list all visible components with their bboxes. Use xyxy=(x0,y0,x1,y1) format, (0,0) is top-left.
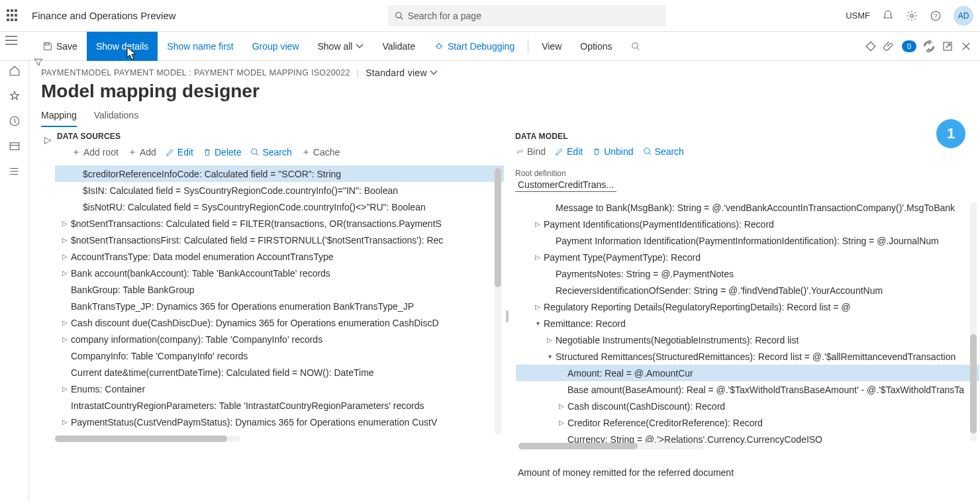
pane-resize-handle[interactable] xyxy=(505,132,510,501)
diamond-icon[interactable] xyxy=(865,40,877,52)
tree-row[interactable]: ▷Cash discount(CashDiscount): Record xyxy=(516,398,979,414)
tree-row[interactable]: ▷AccountTransType: Data model enumeratio… xyxy=(55,248,504,265)
twisty-icon[interactable]: ▷ xyxy=(60,336,70,343)
start-debugging-button[interactable]: Start Debugging xyxy=(424,32,524,61)
horizontal-scrollbar[interactable] xyxy=(55,435,240,442)
show-all-button[interactable]: Show all xyxy=(309,32,373,61)
page-body: PAYMENTMODEL PAYMENT MODEL : PAYMENT MOD… xyxy=(0,61,980,501)
tree-row[interactable]: ▷Bank account(bankAccount): Table 'BankA… xyxy=(55,265,504,281)
tab-mapping[interactable]: Mapping xyxy=(41,110,77,127)
add-root-button[interactable]: ＋Add root xyxy=(72,146,119,158)
tree-row[interactable]: Payment Information Identification(Payme… xyxy=(516,232,979,249)
twisty-icon[interactable]: ▷ xyxy=(60,269,70,277)
edit-button-dm[interactable]: Edit xyxy=(555,146,583,157)
show-name-first-button[interactable]: Show name first xyxy=(158,32,242,61)
popout-icon[interactable] xyxy=(942,40,954,52)
svg-line-14 xyxy=(636,47,639,50)
tree-row[interactable]: ▷Payment Type(PaymentType): Record xyxy=(516,249,979,265)
clock-icon[interactable] xyxy=(9,115,21,127)
delete-button[interactable]: Delete xyxy=(203,146,241,158)
bind-button[interactable]: Bind xyxy=(515,146,546,157)
tree-row[interactable]: Amount: Real = @.AmountCur xyxy=(516,365,979,381)
tree-row[interactable]: ▷company information(company): Table 'Co… xyxy=(55,331,504,347)
tree-row[interactable]: ▷Negotiable Instruments(NegotiableInstru… xyxy=(516,332,979,348)
twisty-icon[interactable]: ▷ xyxy=(60,236,70,244)
add-button[interactable]: ＋Add xyxy=(128,146,156,158)
data-model-tree[interactable]: Message to Bank(MsgBank): String = @.'ve… xyxy=(516,199,979,449)
tree-row[interactable]: ▷$notSentTransactions: Calculated field … xyxy=(55,215,504,232)
twisty-icon[interactable]: ▷ xyxy=(533,303,542,310)
twisty-icon[interactable]: ▷ xyxy=(533,220,542,228)
twisty-icon[interactable]: ▷ xyxy=(60,220,70,227)
expand-icon[interactable]: ▷ xyxy=(42,134,53,145)
help-icon[interactable]: ? xyxy=(930,10,942,22)
twisty-icon[interactable]: ▷ xyxy=(557,419,566,426)
search-button[interactable]: Search xyxy=(250,146,291,158)
cache-button[interactable]: ＋Cache xyxy=(301,146,340,158)
data-sources-tree[interactable]: $creditorReferenceInfoCode: Calculated f… xyxy=(42,165,504,442)
search-button-dm[interactable]: Search xyxy=(643,146,684,157)
tree-row[interactable]: Base amount(BaseAmount): Real = @.'$TaxW… xyxy=(516,381,979,398)
twisty-icon[interactable]: ▷ xyxy=(533,253,542,261)
tree-row[interactable]: BankTransType_JP: Dynamics 365 for Opera… xyxy=(55,298,504,314)
twisty-icon[interactable]: ▾ xyxy=(533,320,542,327)
tree-row[interactable]: ▷Cash discount due(CashDiscDue): Dynamic… xyxy=(55,314,504,331)
search-action-button[interactable] xyxy=(622,32,650,61)
search-input[interactable]: Search for a page xyxy=(388,5,666,26)
tree-row[interactable]: ▷PaymentStatus(CustVendPaymStatus): Dyna… xyxy=(55,414,504,430)
close-icon[interactable] xyxy=(960,40,972,52)
user-avatar[interactable]: AD xyxy=(954,6,973,26)
view-selector[interactable]: Standard view xyxy=(366,68,438,78)
view-menu[interactable]: View xyxy=(532,32,571,61)
vertical-scrollbar[interactable] xyxy=(495,168,501,434)
app-launcher-icon[interactable] xyxy=(7,9,20,23)
tree-row[interactable]: ▾Remittance: Record xyxy=(516,315,979,332)
vertical-scrollbar[interactable] xyxy=(970,202,977,441)
twisty-icon[interactable]: ▷ xyxy=(557,402,566,410)
tree-row[interactable]: $isNotRU: Calculated field = SysCountryR… xyxy=(55,199,504,215)
tree-row[interactable]: $creditorReferenceInfoCode: Calculated f… xyxy=(55,165,504,182)
tree-row[interactable]: CompanyInfo: Table 'CompanyInfo' records xyxy=(55,347,504,364)
horizontal-scrollbar[interactable] xyxy=(518,443,704,449)
star-icon[interactable] xyxy=(9,90,21,102)
tree-row[interactable]: ▷Payment Identifications(PaymentIdentifi… xyxy=(516,216,979,232)
tree-row[interactable]: PaymentsNotes: String = @.PaymentNotes xyxy=(516,265,979,282)
notification-count-badge[interactable]: 0 xyxy=(902,40,916,52)
edit-button[interactable]: Edit xyxy=(166,146,193,158)
tree-row[interactable]: ▷$notSentTransactionsFirst: Calculated f… xyxy=(55,232,504,248)
refresh-icon[interactable] xyxy=(923,40,935,52)
show-details-button[interactable]: Show details xyxy=(87,32,158,61)
tree-row[interactable]: RecieversIdentificationOfSender: String … xyxy=(516,282,979,298)
tree-row[interactable]: Message to Bank(MsgBank): String = @.'ve… xyxy=(516,199,979,216)
tree-row[interactable]: BankGroup: Table BankGroup xyxy=(55,281,504,298)
root-definition-value[interactable]: CustomerCreditTrans... xyxy=(515,178,616,192)
hamburger-icon[interactable] xyxy=(5,36,17,45)
group-view-button[interactable]: Group view xyxy=(243,32,309,61)
validate-button[interactable]: Validate xyxy=(373,32,424,61)
workspace-icon[interactable] xyxy=(9,140,21,152)
tree-row[interactable]: IntrastatCountryRegionParameters: Table … xyxy=(55,397,504,414)
twisty-icon[interactable]: ▷ xyxy=(60,418,70,426)
attach-icon[interactable] xyxy=(883,40,895,52)
save-button[interactable]: Save xyxy=(33,32,87,61)
twisty-icon[interactable]: ▷ xyxy=(60,253,70,260)
tab-validations[interactable]: Validations xyxy=(94,110,138,127)
twisty-icon[interactable]: ▷ xyxy=(60,385,70,392)
bell-icon[interactable] xyxy=(882,10,894,22)
twisty-icon[interactable]: ▷ xyxy=(545,336,554,343)
tree-row[interactable]: ▷Regulatory Reporting Details(Regulatory… xyxy=(516,298,979,315)
tree-row-text: Negotiable Instruments(NegotiableInstrum… xyxy=(556,335,799,345)
list-icon[interactable] xyxy=(9,165,21,177)
twisty-icon[interactable]: ▾ xyxy=(545,353,554,360)
company-code[interactable]: USMF xyxy=(846,11,870,21)
tree-row[interactable]: ▾Structured Remittances(StructuredRemitt… xyxy=(516,348,979,365)
tree-row[interactable]: Current date&time(currentDateTime): Calc… xyxy=(55,364,504,381)
options-menu[interactable]: Options xyxy=(571,32,621,61)
tree-row[interactable]: $IsIN: Calculated field = SysCountryRegi… xyxy=(55,182,504,199)
home-icon[interactable] xyxy=(9,65,21,77)
twisty-icon[interactable]: ▷ xyxy=(60,319,70,326)
tree-row[interactable]: ▷Enums: Container xyxy=(55,381,504,397)
gear-icon[interactable] xyxy=(906,10,918,22)
tree-row[interactable]: ▷Creditor Reference(CreditorReference): … xyxy=(516,414,979,431)
unbind-button[interactable]: Unbind xyxy=(592,146,633,157)
